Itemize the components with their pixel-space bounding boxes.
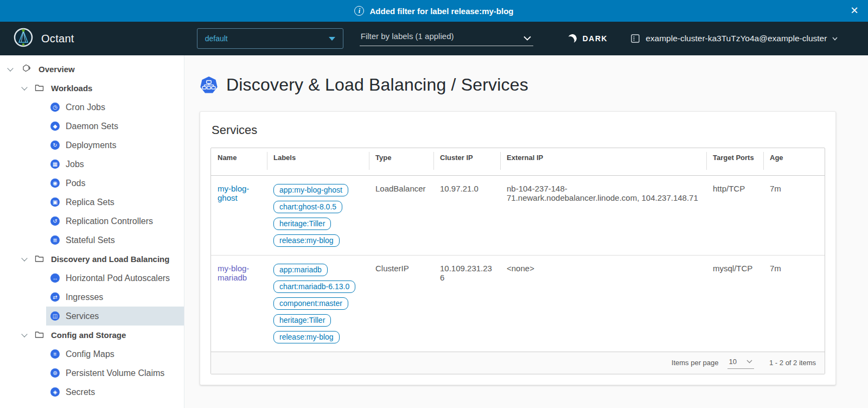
sidebar-item-overview[interactable]: Overview (0, 60, 184, 79)
jobs-icon: ▦ (50, 160, 60, 169)
chevron-down-icon[interactable] (21, 331, 27, 337)
cluster-selector[interactable]: example-cluster-ka3TuTzYo4a@example-clus… (630, 34, 838, 43)
cell-cluster-ip: 10.109.231.236 (433, 255, 500, 352)
sidebar-item-config-maps[interactable]: ≡ Config Maps (46, 345, 184, 364)
dark-theme-toggle[interactable]: DARK (568, 34, 608, 43)
chevron-down-icon (524, 36, 531, 41)
cell-target-ports: mysql/TCP (706, 255, 763, 352)
notification-message: Added filter for label release:my-blog (369, 7, 513, 16)
cell-external-ip: <none> (500, 255, 706, 352)
folder-icon (35, 254, 44, 264)
label-pill[interactable]: heritage:Tiller (273, 314, 331, 327)
sidebar-item-label: Config Maps (66, 349, 114, 359)
sidebar-item-deployments[interactable]: ↻ Deployments (46, 136, 184, 155)
column-header-age[interactable]: Age (763, 148, 825, 175)
info-icon: i (354, 6, 364, 16)
replica-sets-icon: ▣ (50, 197, 60, 207)
sidebar-item-services[interactable]: ◫ Services (46, 307, 184, 326)
replication-controllers-icon: ↺ (50, 216, 60, 226)
sidebar-item-label: Horizontal Pod Autoscalers (66, 273, 170, 283)
sidebar-item-jobs[interactable]: ▦ Jobs (46, 155, 184, 174)
folder-icon (35, 84, 44, 93)
persistent-volume-claims-icon: ⊜ (50, 368, 60, 378)
chevron-down-icon (832, 37, 838, 41)
column-header-type[interactable]: Type (369, 148, 433, 175)
sidebar-item-label: Deployments (66, 141, 116, 150)
items-per-page-label: Items per page (672, 359, 719, 367)
pagination-range-text: 1 - 2 of 2 items (769, 359, 816, 367)
sidebar-item-horizontal-pod-autoscalers[interactable]: ↔ Horizontal Pod Autoscalers (46, 269, 184, 288)
sidebar-item-cron-jobs[interactable]: ◷ Cron Jobs (46, 98, 184, 117)
column-header-external-ip[interactable]: External IP (500, 148, 706, 175)
octant-logo-icon (13, 27, 34, 50)
page-title: Discovery & Load Balancing / Services (226, 75, 528, 95)
namespace-dropdown[interactable]: default (197, 28, 343, 49)
cron-jobs-icon: ◷ (50, 103, 60, 112)
close-icon[interactable]: × (851, 2, 858, 18)
chevron-down-icon[interactable] (21, 255, 27, 261)
services-table: Name Labels Type Cluster IP External IP … (210, 148, 825, 374)
sidebar-item-persistent-volume-claims[interactable]: ⊜ Persistent Volume Claims (46, 364, 184, 382)
service-link-my-blog-mariadb[interactable]: my-blog-mariadb (218, 264, 249, 282)
column-header-cluster-ip[interactable]: Cluster IP (433, 148, 500, 175)
label-pill[interactable]: release:my-blog (273, 331, 340, 343)
sidebar-item-label: Secrets (66, 387, 95, 397)
chevron-down-icon[interactable] (21, 84, 27, 90)
app-title: Octant (41, 33, 74, 45)
horizontal-pod-autoscalers-icon: ↔ (50, 273, 60, 283)
sidebar-section-workloads[interactable]: Workloads (0, 79, 184, 98)
sidebar-item-label: Pods (66, 178, 85, 188)
sidebar-section-config-and-storage[interactable]: Config and Storage (0, 326, 184, 345)
label-pill[interactable]: app:my-blog-ghost (273, 184, 348, 196)
sidebar-item-stateful-sets[interactable]: ≣ Stateful Sets (46, 231, 184, 250)
sidebar-item-replica-sets[interactable]: ▣ Replica Sets (46, 193, 184, 212)
column-header-labels[interactable]: Labels (267, 148, 369, 175)
config-maps-icon: ≡ (50, 349, 60, 359)
chevron-down-icon (746, 360, 752, 364)
label-pill[interactable]: release:my-blog (273, 234, 340, 247)
label-pill[interactable]: chart:ghost-8.0.5 (273, 201, 342, 213)
table-row: my-blog-ghost app:my-blog-ghost chart:gh… (211, 175, 825, 255)
pods-icon: ◉ (50, 178, 60, 188)
sidebar-nav: Overview Workloads ◷ Cron Jobs ◆ Daemon … (0, 55, 184, 408)
daemon-sets-icon: ◆ (50, 122, 60, 131)
cell-target-ports: http/TCP (706, 175, 763, 255)
sidebar-item-secrets[interactable]: ◈ Secrets (46, 382, 184, 401)
label-pill[interactable]: chart:mariadb-6.13.0 (273, 280, 355, 293)
column-header-target-ports[interactable]: Target Ports (706, 148, 763, 175)
sidebar-item-label: Overview (39, 65, 75, 74)
sidebar-section-label: Discovery and Load Balancing (51, 254, 169, 264)
cell-external-ip: nb-104-237-148-71.newark.nodebalancer.li… (500, 175, 706, 255)
label-pill[interactable]: heritage:Tiller (273, 218, 331, 230)
sidebar-item-replication-controllers[interactable]: ↺ Replication Controllers (46, 212, 184, 231)
theme-label: DARK (583, 34, 608, 43)
deployments-icon: ↻ (50, 141, 60, 150)
caret-down-icon (329, 37, 335, 41)
cell-type: ClusterIP (369, 255, 433, 352)
main-content: Discovery & Load Balancing / Services Se… (184, 55, 868, 408)
app-header: Octant default Filter by labels (1 appli… (0, 22, 868, 55)
sidebar-section-label: Config and Storage (51, 330, 126, 340)
cell-type: LoadBalancer (369, 175, 433, 255)
service-link-my-blog-ghost[interactable]: my-blog-ghost (218, 184, 249, 202)
sidebar-section-discovery-and-load-balancing[interactable]: Discovery and Load Balancing (0, 250, 184, 269)
labels-stack: app:my-blog-ghost chart:ghost-8.0.5 heri… (273, 184, 362, 247)
service-resource-icon (200, 76, 218, 94)
label-pill[interactable]: component:master (273, 297, 348, 310)
chevron-down-icon[interactable] (7, 65, 13, 71)
sidebar-item-ingresses[interactable]: ⇄ Ingresses (46, 288, 184, 307)
card-title: Services (212, 123, 825, 137)
sidebar-item-daemon-sets[interactable]: ◆ Daemon Sets (46, 117, 184, 136)
items-per-page-select[interactable]: 10 (727, 356, 754, 369)
sidebar-item-label: Ingresses (66, 292, 103, 302)
label-pill[interactable]: app:mariadb (273, 264, 328, 276)
stateful-sets-icon: ≣ (50, 235, 60, 245)
label-filter-dropdown[interactable]: Filter by labels (1 applied) (360, 31, 533, 46)
column-header-name[interactable]: Name (211, 148, 267, 175)
sidebar-item-label: Replica Sets (66, 197, 114, 207)
sidebar-item-pods[interactable]: ◉ Pods (46, 174, 184, 193)
items-per-page: Items per page 10 (672, 356, 754, 369)
sidebar-item-label: Jobs (66, 160, 84, 169)
cluster-name: example-cluster-ka3TuTzYo4a@example-clus… (646, 34, 827, 43)
table-pagination: Items per page 10 1 - 2 of 2 items (211, 352, 825, 374)
